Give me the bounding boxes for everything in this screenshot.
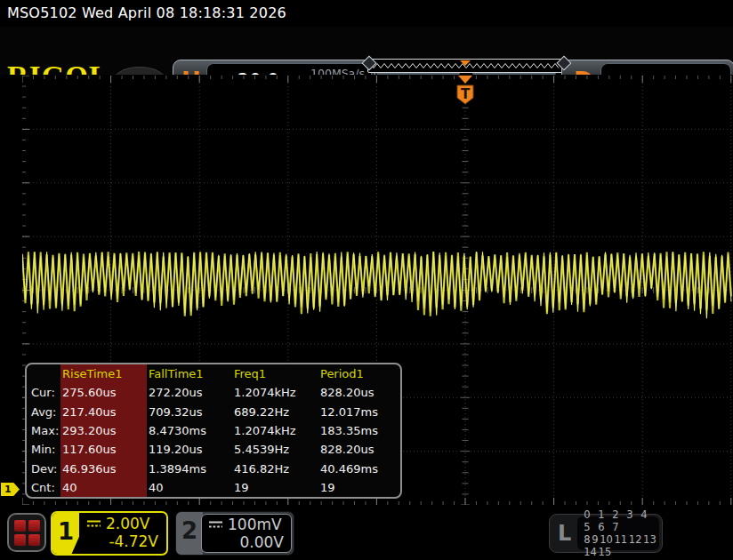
table-cell: 416.82Hz: [232, 459, 318, 477]
model-and-datetime: MSO5102 Wed April 08 18:18:31 2026: [7, 4, 286, 21]
waveform-position-strip[interactable]: [367, 59, 565, 73]
red-tile: [28, 534, 40, 546]
channel2-scale: 100mV: [228, 516, 282, 533]
logic-channel-list: 0 1 2 3 4 5 6 7 8 9 10 11 12 13 14 15: [577, 516, 659, 550]
dc-coupling-icon: [86, 519, 101, 528]
table-row-label: Max:: [27, 421, 60, 440]
scope-display: T 1 RiseTime1FallTime1Freq1Period1Cur:27…: [0, 75, 733, 507]
red-tile: [28, 520, 40, 532]
dc-coupling-icon: [208, 520, 223, 529]
channel1-offset: -4.72V: [83, 532, 161, 550]
table-cell: 119.20us: [147, 440, 232, 459]
logic-channels-badge[interactable]: L 0 1 2 3 4 5 6 7 8 9 10 11 12 13 14 15: [549, 514, 663, 553]
table-header: RiseTime1: [60, 364, 147, 383]
channel1-badge[interactable]: 1 2.00V -4.72V: [51, 511, 168, 556]
table-cell: 828.20us: [318, 440, 399, 459]
table-row-label: Min:: [27, 440, 60, 459]
table-cell: 40: [147, 478, 232, 497]
table-cell: 19: [318, 478, 399, 497]
trigger-marker-letter: T: [461, 86, 471, 102]
table-cell: 1.3894ms: [147, 459, 232, 477]
table-cell: 183.35ms: [318, 421, 399, 440]
table-cell: 275.60us: [60, 383, 147, 402]
table-header: Period1: [318, 364, 399, 383]
channel1-number-tab: 1: [52, 513, 79, 554]
table-cell: 1.2074kHz: [232, 383, 318, 402]
table-cell: 293.20us: [60, 421, 147, 440]
table-cell: 272.20us: [147, 383, 232, 402]
table-cell: 828.20us: [318, 383, 399, 402]
channel1-number: 1: [52, 518, 79, 545]
channel2-number: 2: [176, 517, 203, 544]
bottom-status-bar: 1 2.00V -4.72V 2 100mV: [0, 507, 733, 560]
table-cell: 709.32us: [147, 403, 232, 421]
trigger-top-arrow-icon: [458, 76, 472, 84]
channel1-level-marker-label: 1: [4, 484, 12, 495]
table-cell: 12.017ms: [318, 403, 399, 421]
red-tile: [14, 534, 26, 546]
table-cell: 8.4730ms: [147, 421, 232, 440]
table-cell: 117.60us: [60, 440, 147, 459]
toolbar: RIGOL STOP H 20.0ms 100MSa/s 20Mpts Meas…: [0, 27, 733, 76]
table-cell: 689.22Hz: [232, 403, 318, 421]
channel1-level-marker[interactable]: 1: [1, 483, 20, 496]
logic-label: L: [558, 521, 571, 546]
channel1-values: 2.00V -4.72V: [83, 513, 166, 550]
table-cell: 217.40us: [60, 403, 147, 421]
windows-menu-icon[interactable]: [7, 513, 46, 552]
measurement-table: RiseTime1FallTime1Freq1Period1Cur:275.60…: [27, 364, 400, 497]
table-corner: [27, 364, 60, 383]
table-row-label: Cnt:: [27, 478, 60, 497]
channel2-number-tab: 2: [176, 512, 203, 555]
channel2-values: 100mV 0.00V: [201, 514, 292, 553]
channel2-offset: 0.00V: [205, 533, 286, 551]
logic-channels-row2: 8 9 10 11 12 13 14 15: [584, 533, 659, 558]
red-tile: [14, 520, 26, 532]
table-cell: 40.469ms: [318, 459, 399, 477]
table-row-label: Cur:: [27, 383, 60, 402]
table-cell: 1.2074kHz: [232, 421, 318, 440]
logic-channels-row1: 0 1 2 3 4 5 6 7: [584, 508, 659, 533]
table-row-label: Avg:: [27, 403, 60, 421]
measurement-results-panel[interactable]: RiseTime1FallTime1Freq1Period1Cur:275.60…: [25, 363, 402, 499]
channel1-scale: 2.00V: [106, 515, 149, 532]
table-cell: 5.4539Hz: [232, 440, 318, 459]
table-cell: 19: [232, 478, 318, 497]
waveform-position-graphic: [368, 60, 562, 70]
table-cell: 46.936us: [60, 459, 147, 477]
title-bar: MSO5102 Wed April 08 18:18:31 2026: [0, 0, 733, 27]
table-header: FallTime1: [147, 364, 232, 383]
table-header: Freq1: [232, 364, 318, 383]
channel2-badge[interactable]: 2 100mV 0.00V: [175, 511, 294, 556]
table-row-label: Dev:: [27, 459, 60, 477]
table-cell: 40: [60, 478, 147, 497]
